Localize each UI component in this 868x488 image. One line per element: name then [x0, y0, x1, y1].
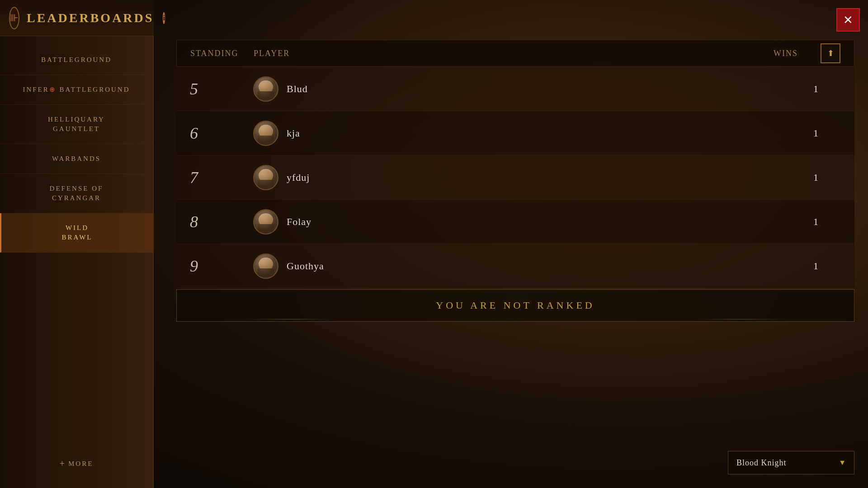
- avatar: [253, 76, 278, 102]
- sidebar-item-inferno-battleground[interactable]: INFER⊕ BATTLEGROUND: [0, 75, 153, 105]
- table-header: Standing Player Wins ⬆: [176, 40, 854, 67]
- sidebar-item-label: HELLIQUARYGAUNTLET: [48, 116, 105, 132]
- wins-value: 1: [764, 172, 818, 183]
- sidebar-item-helliquary-gauntlet[interactable]: HELLIQUARYGAUNTLET: [0, 105, 153, 144]
- avatar: [253, 165, 278, 190]
- sort-button[interactable]: ⬆: [821, 43, 840, 63]
- main-content: Standing Player Wins ⬆ 5Blud16kja17yfduj…: [176, 40, 854, 474]
- sidebar-title: LEADERBOARDS: [27, 11, 154, 25]
- player-info: Guothya: [253, 253, 764, 279]
- player-info: Blud: [253, 76, 764, 102]
- sidebar-item-wild-brawl[interactable]: WILDBRAWL: [0, 213, 153, 253]
- more-label: MORE: [68, 459, 93, 469]
- standing-number: 6: [190, 124, 253, 143]
- col-standing-header: Standing: [190, 49, 254, 58]
- player-info: Folay: [253, 209, 764, 235]
- sidebar-item-label: WILDBRAWL: [62, 224, 93, 241]
- info-badge[interactable]: i: [163, 12, 165, 24]
- not-ranked-text: YOU ARE NOT RANKED: [436, 300, 594, 311]
- table-row: 9Guothya1: [176, 244, 854, 288]
- col-player-header: Player: [254, 49, 744, 58]
- close-icon: ✕: [843, 13, 853, 27]
- player-info: yfduj: [253, 165, 764, 190]
- sidebar-item-label: DEFENSE OFCYRANGAR: [50, 185, 104, 202]
- wins-value: 1: [764, 83, 818, 95]
- class-name: Blood Knight: [736, 458, 787, 468]
- player-name: Blud: [287, 83, 308, 95]
- table-row: 8Folay1: [176, 200, 854, 244]
- sidebar: ⊪ LEADERBOARDS i BATTLEGROUNDINFER⊕ BATT…: [0, 0, 154, 488]
- sort-icon: ⬆: [827, 48, 834, 58]
- more-plus-icon: +: [60, 459, 65, 469]
- table-row: 5Blud1: [176, 67, 854, 111]
- sidebar-item-label: BATTLEGROUND: [41, 56, 112, 63]
- standing-number: 7: [190, 168, 253, 187]
- leaderboards-icon: ⊪: [9, 7, 19, 29]
- standing-number: 9: [190, 257, 253, 276]
- not-ranked-bar: YOU ARE NOT RANKED: [176, 289, 854, 322]
- player-info: kja: [253, 121, 764, 146]
- table-body: 5Blud16kja17yfduj18Folay19Guothya1: [176, 67, 854, 288]
- wins-value: 1: [764, 216, 818, 228]
- player-name: kja: [287, 127, 300, 139]
- player-name: Folay: [287, 216, 311, 228]
- sidebar-header: ⊪ LEADERBOARDS i: [0, 0, 154, 36]
- wins-value: 1: [764, 260, 818, 272]
- class-selector[interactable]: Blood Knight ▼: [728, 451, 854, 474]
- player-name: Guothya: [287, 260, 324, 272]
- sidebar-item-battleground[interactable]: BATTLEGROUND: [0, 45, 153, 75]
- nav-list: BATTLEGROUNDINFER⊕ BATTLEGROUNDHELLIQUAR…: [0, 45, 153, 253]
- table-row: 7yfduj1: [176, 155, 854, 200]
- sidebar-item-defense-of-cyrangar[interactable]: DEFENSE OFCYRANGAR: [0, 174, 153, 213]
- avatar: [253, 253, 278, 279]
- sidebar-item-warbands[interactable]: WARBANDS: [0, 144, 153, 174]
- more-button[interactable]: + MORE: [0, 449, 153, 479]
- dropdown-arrow-icon: ▼: [839, 459, 846, 467]
- player-name: yfduj: [287, 172, 310, 183]
- flame-icon: ⊕: [49, 86, 57, 93]
- close-button[interactable]: ✕: [836, 8, 860, 32]
- table-row: 6kja1: [176, 111, 854, 155]
- avatar: [253, 121, 278, 146]
- wins-value: 1: [764, 127, 818, 139]
- standing-number: 5: [190, 80, 253, 99]
- sidebar-item-label: WARBANDS: [52, 155, 101, 162]
- sidebar-item-label: INFER⊕ BATTLEGROUND: [23, 86, 130, 93]
- standing-number: 8: [190, 212, 253, 231]
- col-wins-header: Wins: [744, 49, 798, 58]
- avatar: [253, 209, 278, 235]
